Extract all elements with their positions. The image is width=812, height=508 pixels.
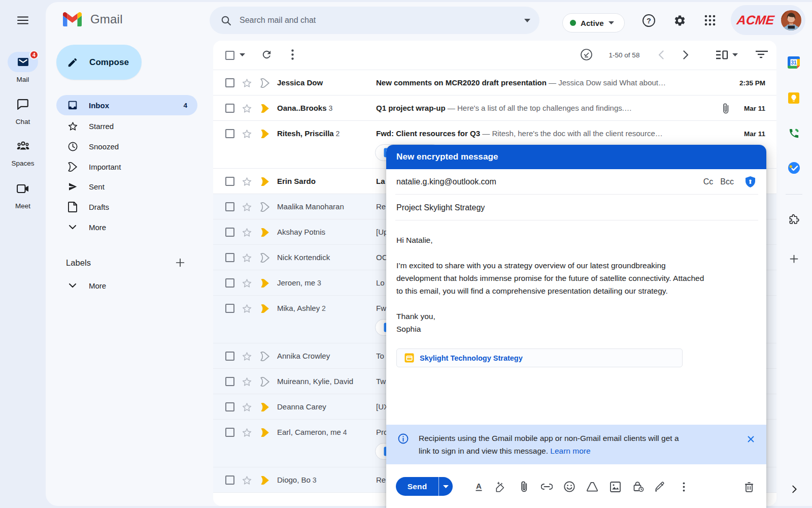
- message-body[interactable]: Hi Natalie, I’m excited to share with yo…: [396, 234, 758, 335]
- google-apps-button[interactable]: [704, 15, 716, 26]
- sidebar-item-labels-more[interactable]: More: [56, 275, 197, 296]
- importance-marker-icon[interactable]: [260, 177, 270, 186]
- send-options-caret[interactable]: [439, 477, 453, 496]
- importance-marker-icon[interactable]: [260, 129, 270, 139]
- rail-item-chat[interactable]: Chat: [0, 94, 46, 125]
- formatting-icon[interactable]: A: [469, 478, 488, 496]
- row-checkbox[interactable]: [225, 78, 234, 87]
- search-options-caret-icon[interactable]: [524, 19, 530, 22]
- refresh-button[interactable]: [261, 49, 273, 60]
- star-icon[interactable]: [242, 351, 252, 362]
- split-pane-toggle[interactable]: [716, 50, 738, 60]
- send-label[interactable]: Send: [396, 477, 439, 496]
- compose-header[interactable]: New encrypted message: [386, 145, 766, 169]
- importance-marker-icon[interactable]: [260, 402, 270, 412]
- signature-pen-icon[interactable]: [652, 478, 670, 496]
- help-button[interactable]: ?: [642, 14, 656, 27]
- confidential-lock-icon[interactable]: [629, 478, 648, 496]
- importance-marker-icon[interactable]: [260, 352, 270, 361]
- older-page-button[interactable]: [683, 50, 689, 59]
- search-input[interactable]: Search mail and chat: [240, 16, 524, 25]
- settings-button[interactable]: [673, 14, 686, 27]
- mark-read-icon-button[interactable]: [580, 48, 593, 61]
- row-checkbox[interactable]: [225, 129, 234, 138]
- side-panel-plus-button[interactable]: [783, 253, 805, 264]
- side-panel-addons-button[interactable]: [783, 214, 805, 225]
- importance-marker-icon[interactable]: [260, 228, 270, 237]
- star-icon[interactable]: [242, 402, 252, 412]
- discard-trash-icon[interactable]: [740, 478, 758, 496]
- magic-pen-icon[interactable]: [492, 478, 511, 496]
- sidebar-item-important[interactable]: Important: [56, 156, 197, 177]
- row-checkbox[interactable]: [225, 253, 234, 262]
- sidebar-item-inbox[interactable]: Inbox4: [56, 95, 197, 115]
- star-icon[interactable]: [242, 427, 252, 438]
- link-icon[interactable]: [537, 478, 556, 496]
- importance-marker-icon[interactable]: [260, 104, 270, 113]
- star-icon[interactable]: [242, 278, 252, 289]
- star-icon[interactable]: [242, 202, 252, 212]
- importance-marker-icon[interactable]: [260, 202, 270, 212]
- learn-more-link[interactable]: Learn more: [550, 447, 590, 455]
- rail-item-meet[interactable]: Meet: [0, 178, 46, 210]
- sidebar-item-more[interactable]: More: [56, 217, 197, 237]
- status-chip[interactable]: Active: [562, 13, 625, 33]
- row-checkbox[interactable]: [225, 352, 234, 361]
- more-actions-button[interactable]: [291, 49, 294, 60]
- rail-item-mail[interactable]: 4Mail: [0, 52, 46, 83]
- select-caret-icon[interactable]: [240, 53, 245, 56]
- star-icon[interactable]: [242, 252, 252, 263]
- search-bar[interactable]: Search mail and chat: [210, 7, 539, 34]
- hide-side-panel-button[interactable]: [789, 484, 800, 495]
- importance-marker-icon[interactable]: [260, 253, 270, 263]
- row-checkbox[interactable]: [225, 304, 234, 313]
- sidebar-item-snoozed[interactable]: Snoozed: [56, 136, 197, 156]
- importance-marker-icon[interactable]: [260, 78, 270, 88]
- subject-row[interactable]: Project Skylight Strategy: [386, 195, 766, 220]
- more-options-icon[interactable]: [674, 478, 693, 496]
- send-button[interactable]: Send: [396, 477, 453, 496]
- row-checkbox[interactable]: [225, 402, 234, 411]
- insert-image-icon[interactable]: [606, 478, 624, 496]
- side-panel-calendar-button[interactable]: 31: [783, 56, 805, 69]
- bcc-button[interactable]: Bcc: [720, 177, 734, 186]
- star-icon[interactable]: [242, 475, 252, 486]
- star-icon[interactable]: [242, 227, 252, 238]
- sidebar-item-starred[interactable]: Starred: [56, 116, 197, 136]
- sidebar-item-sent[interactable]: Sent: [56, 176, 197, 197]
- compose-button[interactable]: Compose: [56, 45, 142, 80]
- row-checkbox[interactable]: [225, 475, 234, 485]
- attachment-chip[interactable]: Skylight Technology Strategy: [396, 348, 683, 367]
- rail-item-spaces[interactable]: Spaces: [0, 136, 46, 167]
- star-icon[interactable]: [242, 78, 252, 88]
- row-checkbox[interactable]: [225, 104, 234, 113]
- recipients-row[interactable]: natalie.g.king@outlook.com CcBcc: [386, 169, 766, 195]
- row-checkbox[interactable]: [225, 278, 234, 288]
- mail-row[interactable]: Jessica Dow New comments on MCR2020 draf…: [213, 70, 776, 96]
- drive-icon[interactable]: [583, 478, 601, 496]
- importance-marker-icon[interactable]: [260, 278, 270, 288]
- row-checkbox[interactable]: [225, 377, 234, 386]
- importance-marker-icon[interactable]: [260, 304, 270, 313]
- newer-page-button[interactable]: [658, 50, 664, 59]
- input-tools-icon[interactable]: [755, 50, 768, 58]
- emoji-icon[interactable]: [560, 478, 579, 496]
- star-icon[interactable]: [242, 376, 252, 387]
- mail-row[interactable]: Oana..Brooks 3 Q1 project wrap-up — Here…: [213, 96, 776, 121]
- banner-close-button[interactable]: [747, 435, 755, 443]
- hamburger-menu-button[interactable]: [15, 12, 31, 28]
- importance-marker-icon[interactable]: [260, 428, 270, 437]
- side-panel-voice-button[interactable]: [783, 128, 805, 139]
- subject-value[interactable]: Project Skylight Strategy: [396, 195, 485, 220]
- select-all-checkbox[interactable]: [225, 51, 234, 60]
- star-icon[interactable]: [242, 303, 252, 314]
- sidebar-item-drafts[interactable]: Drafts: [56, 197, 197, 217]
- attach-icon[interactable]: [515, 478, 533, 496]
- star-icon[interactable]: [242, 176, 252, 187]
- star-icon[interactable]: [242, 103, 252, 114]
- row-checkbox[interactable]: [225, 228, 234, 237]
- cc-button[interactable]: Cc: [703, 177, 714, 186]
- row-checkbox[interactable]: [225, 177, 234, 186]
- side-panel-tasks-button[interactable]: [783, 162, 805, 174]
- row-checkbox[interactable]: [225, 202, 234, 211]
